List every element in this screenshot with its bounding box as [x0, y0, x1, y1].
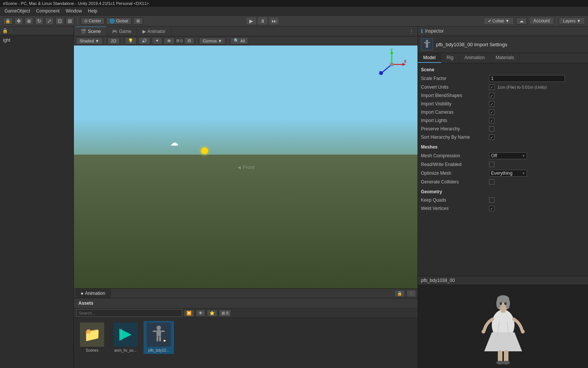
svg-marker-27 — [484, 332, 522, 351]
weld-vertices-row: Weld Vertices — [418, 204, 588, 213]
scene-viewport[interactable]: ☁ ◄ Front X Y Z — [74, 45, 418, 288]
tab-game[interactable]: 🎮 Game — [106, 27, 137, 36]
menu-bar: GameObject Component Window Help — [0, 7, 588, 16]
asset-filter-btn[interactable]: 🔽 — [184, 310, 194, 317]
search-viewport-button[interactable]: 🔍 All — [230, 37, 248, 44]
hand-tool[interactable]: ✥ — [14, 17, 23, 25]
import-cameras-checkbox[interactable] — [489, 110, 494, 115]
bottom-lock-btn[interactable]: 🔒 — [394, 290, 405, 297]
game-icon: 🎮 — [112, 29, 117, 34]
2d-button[interactable]: 2D — [108, 38, 120, 44]
menu-gameobject[interactable]: GameObject — [2, 8, 33, 14]
tab-more-button[interactable]: ⋮ — [407, 27, 416, 36]
account-button[interactable]: Account — [529, 17, 554, 25]
inspector-tabs: Model Rig Animation Materials — [418, 53, 588, 63]
convert-units-checkbox[interactable] — [489, 85, 494, 90]
svg-rect-16 — [156, 336, 158, 341]
folder-icon: 📁 — [80, 323, 104, 347]
rotate-tool[interactable]: ↻ — [35, 17, 44, 25]
import-blendshapes-value — [489, 93, 585, 98]
asset-count-btn[interactable]: ⊞ 8 — [219, 310, 231, 317]
pause-button[interactable]: ⏸ — [257, 17, 268, 25]
step-button[interactable]: ⏭ — [269, 17, 279, 25]
generate-colliders-checkbox[interactable] — [489, 179, 494, 185]
count-icon: ⊞ — [222, 311, 225, 315]
sort-hierarchy-value — [489, 135, 585, 140]
asset-eye-btn[interactable]: 👁 — [196, 310, 205, 316]
weld-vertices-checkbox[interactable] — [489, 206, 494, 211]
play-button[interactable]: ▶ — [246, 17, 256, 25]
meshes-section-header: Meshes — [418, 143, 588, 151]
cloud-button[interactable]: ☁ — [516, 17, 527, 25]
svg-point-12 — [156, 326, 161, 330]
hidden-objects-button[interactable]: 👁 — [164, 38, 175, 44]
svg-point-35 — [482, 330, 485, 334]
menu-window[interactable]: Window — [63, 8, 85, 14]
mesh-compression-dropdown[interactable]: Off — [489, 152, 527, 159]
import-lights-row: Import Lights — [418, 116, 588, 125]
svg-rect-15 — [161, 330, 165, 332]
sort-hierarchy-checkbox[interactable] — [489, 135, 494, 140]
sort-hierarchy-label: Sort Hierarchy By Name — [421, 135, 489, 140]
import-blendshapes-checkbox[interactable] — [489, 93, 494, 98]
multi-tool[interactable]: ⊞ — [66, 17, 74, 25]
lock-button[interactable]: 🔒 — [3, 17, 13, 25]
inspector-tab-model[interactable]: Model — [418, 53, 441, 63]
keep-quads-row: Keep Quads — [418, 196, 588, 204]
lighting-button[interactable]: 💡 — [125, 37, 137, 44]
import-blendshapes-row: Import BlendShapes — [418, 91, 588, 100]
menu-help[interactable]: Help — [85, 8, 100, 14]
mesh-compression-row: Mesh Compression Off — [418, 151, 588, 160]
inspector-header: ℹ Inspector — [418, 27, 588, 36]
rect-tool[interactable]: ⊡ — [55, 17, 64, 25]
tab-scene[interactable]: 🎬 Scene — [75, 27, 106, 36]
scale-tool[interactable]: ⤢ — [45, 17, 54, 25]
tab-animator[interactable]: ▶ Animator — [137, 27, 171, 36]
collab-button[interactable]: ✔ Collab ▼ — [484, 17, 514, 25]
inspector-tab-materials[interactable]: Materials — [490, 53, 520, 63]
inspector-tab-rig[interactable]: Rig — [441, 53, 459, 63]
svg-rect-25 — [427, 45, 428, 48]
move-tool[interactable]: ⊕ — [25, 17, 33, 25]
svg-text:X: X — [404, 60, 407, 64]
global-button[interactable]: 🌐 Global — [106, 17, 131, 25]
viewport-gizmo[interactable]: X Y Z — [376, 49, 408, 81]
inspector-bottom-name: pfb_bdy1038_00 — [418, 276, 588, 285]
import-lights-checkbox[interactable] — [489, 118, 494, 123]
read-write-checkbox[interactable] — [489, 162, 494, 167]
generate-colliders-value — [489, 179, 585, 185]
gizmos-chevron-icon: ▼ — [218, 39, 222, 43]
menu-component[interactable]: Component — [33, 8, 63, 14]
grid-button[interactable]: ⊞ — [133, 17, 143, 25]
inspector-panel: ℹ Inspector pfb_bdy1038_00 Import Settin… — [418, 27, 588, 368]
effects-button[interactable]: ✦ — [152, 37, 162, 44]
assets-header: Assets — [74, 298, 418, 308]
audio-button[interactable]: 🔊 — [138, 37, 150, 44]
scale-factor-input[interactable] — [489, 75, 565, 82]
bottom-more-btn[interactable]: ⋮ — [407, 290, 416, 297]
keep-quads-checkbox[interactable] — [489, 197, 494, 203]
inspector-tab-animation[interactable]: Animation — [459, 53, 490, 63]
mesh-compression-value: Off — [489, 152, 585, 159]
hierarchy-content: ight — [0, 35, 74, 368]
layout-button[interactable]: ⊟ — [184, 37, 194, 44]
asset-search-input[interactable] — [76, 309, 182, 317]
asset-scenes[interactable]: 📁 Scenes — [77, 321, 107, 354]
asset-star-btn[interactable]: ⭐ — [207, 310, 217, 317]
import-visibility-checkbox[interactable] — [489, 101, 494, 106]
optimize-mesh-value: Everything — [489, 170, 585, 177]
tab-animation[interactable]: ● Animation — [75, 289, 111, 298]
shaded-dropdown[interactable]: Shaded ▼ — [76, 38, 103, 44]
asset-scenes-label: Scenes — [86, 348, 98, 352]
optimize-mesh-dropdown[interactable]: Everything — [489, 170, 527, 177]
gizmos-dropdown[interactable]: Gizmos ▼ — [199, 38, 225, 44]
hierarchy-item-light[interactable]: ight — [0, 37, 74, 44]
layers-button[interactable]: Layers ▼ — [559, 17, 585, 24]
hierarchy-more-icon[interactable]: ⋮ — [9, 28, 14, 33]
asset-animation[interactable]: anm_liv_so... — [110, 321, 141, 354]
preserve-hierarchy-checkbox[interactable] — [489, 126, 494, 132]
asset-character[interactable]: pfb_bdy10... — [144, 321, 174, 354]
asset-character-label: pfb_bdy10... — [148, 348, 169, 352]
play-controls: ▶ ⏸ ⏭ — [246, 17, 279, 25]
center-button[interactable]: ⊙ Center — [81, 17, 105, 25]
